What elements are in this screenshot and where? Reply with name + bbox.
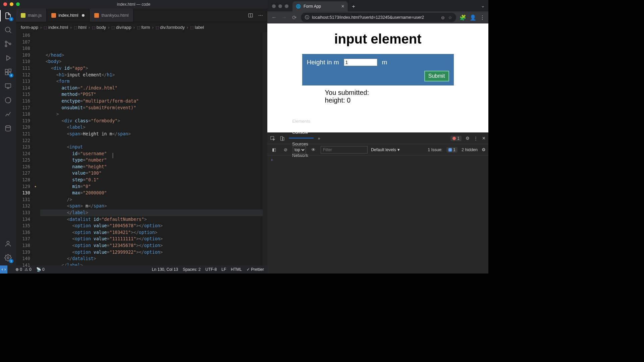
- console-output[interactable]: ›: [267, 156, 488, 274]
- debug-icon[interactable]: [4, 54, 12, 62]
- svg-point-3: [9, 43, 11, 45]
- chevron-down-icon[interactable]: ⌄: [481, 2, 485, 9]
- tab-label: thankyou.html: [101, 13, 128, 18]
- device-icon[interactable]: [279, 136, 287, 141]
- browser-tab[interactable]: 🌐 Form App ✕: [292, 1, 348, 11]
- profile-icon[interactable]: 👤: [470, 14, 476, 21]
- extensions-menu-icon[interactable]: 🧩: [460, 14, 466, 21]
- remote-icon[interactable]: [4, 82, 12, 90]
- editor-tab[interactable]: index.html: [47, 9, 90, 22]
- code-content[interactable]: </head> <body> <div id="app"> <h1>input …: [40, 32, 263, 265]
- code-editor[interactable]: 1061071081091101111121131141151161171181…: [16, 32, 267, 265]
- new-tab-button[interactable]: ＋: [349, 2, 358, 11]
- minimap[interactable]: [263, 32, 267, 265]
- remote-indicator[interactable]: [0, 265, 7, 274]
- vscode-titlebar: index.html — code: [0, 0, 267, 9]
- site-info-icon[interactable]: ⓘ: [305, 15, 309, 20]
- more-icon[interactable]: [258, 13, 263, 18]
- breadcrumb-item[interactable]: ⬚ html: [74, 25, 87, 30]
- bookmark-icon[interactable]: ☆: [448, 15, 452, 20]
- html-file-icon: [51, 13, 56, 18]
- live-expression-icon[interactable]: 👁: [309, 147, 317, 152]
- console-settings-icon[interactable]: ⚙: [482, 147, 486, 152]
- close-tab-icon[interactable]: ✕: [341, 4, 344, 9]
- editor-tab[interactable]: main.js: [16, 9, 47, 22]
- explorer-icon[interactable]: 1: [4, 11, 12, 20]
- line-gutter: 1061071081091101111121131141151161171181…: [16, 32, 34, 265]
- chrome-menu-icon[interactable]: ⋮: [480, 14, 485, 21]
- svg-point-16: [262, 15, 263, 15]
- window-controls[interactable]: [3, 2, 20, 6]
- breadcrumb-item[interactable]: ⬚ div.formbody: [156, 25, 185, 30]
- devtools-close-icon[interactable]: ✕: [482, 136, 486, 141]
- chrome-tabstrip: 🌐 Form App ✕ ＋ ⌄: [267, 0, 488, 11]
- context-select[interactable]: top: [293, 146, 306, 154]
- address-bar[interactable]: ⓘ localhost:5173/index.html?userId=12324…: [301, 13, 456, 22]
- issues-label: 1 Issue:: [428, 147, 442, 152]
- devtools: ElementsConsoleSourcesNetwork » 1 ⚙ ⋮ ✕ …: [267, 132, 488, 274]
- html-file-icon: [94, 13, 99, 18]
- editor-tab[interactable]: thankyou.html: [90, 9, 133, 22]
- extensions-icon[interactable]: 4: [4, 68, 12, 76]
- svg-point-2: [5, 45, 7, 47]
- database-icon[interactable]: [4, 124, 12, 133]
- minimize-icon[interactable]: [10, 2, 13, 6]
- svg-point-14: [259, 15, 259, 15]
- status-formatter[interactable]: ✓ Prettier: [247, 267, 264, 272]
- breadcrumb-item[interactable]: ⬚ body: [92, 25, 106, 30]
- more-tabs-icon[interactable]: »: [315, 136, 323, 141]
- status-cursor[interactable]: Ln 130, Col 13: [152, 267, 178, 272]
- search-icon[interactable]: [4, 25, 12, 34]
- submit-button[interactable]: Submit: [424, 71, 449, 81]
- source-control-icon[interactable]: [4, 40, 12, 48]
- console-filter[interactable]: [321, 146, 368, 154]
- svg-rect-7: [9, 69, 11, 71]
- height-input[interactable]: [344, 59, 377, 66]
- breadcrumb[interactable]: form-app›⬚ index.html›⬚ html›⬚ body›⬚ di…: [16, 22, 267, 32]
- svg-point-15: [260, 15, 261, 15]
- testing-icon[interactable]: [4, 96, 12, 105]
- back-icon[interactable]: ←: [271, 14, 277, 20]
- split-editor-icon[interactable]: [248, 13, 253, 18]
- tab-label: main.js: [28, 13, 42, 18]
- tab-title: Form App: [304, 4, 321, 9]
- console-sidebar-icon[interactable]: ◧: [270, 147, 278, 152]
- breadcrumb-item[interactable]: ⬚ index.html: [44, 25, 68, 30]
- reload-icon[interactable]: ⟳: [291, 14, 298, 21]
- result-line-2: height: 0: [325, 97, 454, 104]
- maximize-icon[interactable]: [16, 2, 20, 6]
- status-encoding[interactable]: UTF-8: [205, 267, 217, 272]
- devtools-settings-icon[interactable]: ⚙: [466, 136, 470, 141]
- svg-point-12: [7, 257, 9, 259]
- clear-console-icon[interactable]: ⊘: [281, 147, 289, 152]
- console-toolbar: ◧ ⊘ top 👁 Default levels ▾ 1 Issue: 1 2 …: [267, 144, 488, 156]
- devtools-tab-console[interactable]: Console: [289, 127, 314, 138]
- issues-badge[interactable]: 1: [446, 147, 458, 153]
- dirty-indicator: [82, 14, 85, 17]
- activity-bar: 1 4: [0, 9, 16, 265]
- graph-icon[interactable]: [4, 110, 12, 119]
- breadcrumb-item[interactable]: ⬚ label: [190, 25, 204, 30]
- browser-toolbar: ← → ⟳ ⓘ localhost:5173/index.html?userId…: [267, 11, 488, 23]
- close-icon[interactable]: [3, 2, 7, 6]
- log-levels[interactable]: Default levels ▾: [371, 147, 400, 152]
- inspect-icon[interactable]: [270, 136, 278, 141]
- error-badge[interactable]: 1: [450, 136, 462, 141]
- devtools-menu-icon[interactable]: ⋮: [474, 136, 478, 141]
- zoom-icon[interactable]: ⊖: [441, 15, 445, 20]
- breadcrumb-item[interactable]: ⬚ div#app: [111, 25, 131, 30]
- editor-region: main.jsindex.htmlthankyou.html form-app›…: [16, 9, 267, 265]
- status-lang[interactable]: HTML: [231, 267, 242, 272]
- breadcrumb-item[interactable]: ⬚ form: [137, 25, 150, 30]
- breadcrumb-item[interactable]: form-app: [21, 25, 38, 30]
- devtools-tab-elements[interactable]: Elements: [289, 116, 314, 127]
- settings-icon[interactable]: 1: [4, 253, 12, 262]
- forward-icon[interactable]: →: [281, 14, 287, 20]
- status-eol[interactable]: LF: [221, 267, 226, 272]
- hidden-count[interactable]: 2 hidden: [462, 147, 478, 152]
- svg-rect-5: [5, 72, 8, 75]
- account-icon[interactable]: [4, 239, 12, 248]
- chrome-window-controls[interactable]: [272, 4, 288, 8]
- status-spaces[interactable]: Spaces: 2: [183, 267, 201, 272]
- svg-rect-8: [5, 84, 11, 87]
